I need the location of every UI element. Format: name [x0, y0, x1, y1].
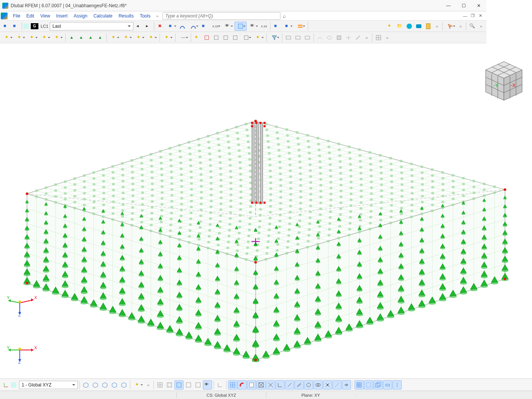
menu-file[interactable]: File [10, 12, 23, 20]
svg-rect-7 [205, 36, 209, 40]
search-input[interactable] [163, 12, 280, 20]
svg-rect-145 [251, 122, 253, 124]
t2-b[interactable] [202, 33, 211, 42]
menu-bar: File Edit View Insert Assign Calculate R… [0, 11, 486, 21]
lc-step-forward[interactable] [143, 22, 152, 31]
new-node-button[interactable] [2, 33, 14, 42]
minimize-button[interactable]: — [441, 0, 456, 11]
delete-results-button[interactable] [156, 22, 165, 31]
menu-view[interactable]: View [37, 12, 53, 20]
navigation-cube[interactable]: -Y -X [481, 59, 486, 104]
new-model-button[interactable] [386, 22, 395, 31]
loadcase-prev-button[interactable] [2, 22, 11, 31]
t2-n[interactable] [344, 33, 353, 42]
rigid-link-button[interactable] [146, 33, 158, 42]
grid-toggle-button[interactable] [374, 33, 383, 42]
visibility-button[interactable] [247, 22, 259, 31]
t2-l[interactable] [325, 33, 334, 42]
t2-a[interactable] [193, 33, 202, 42]
cloud-2-button[interactable] [414, 22, 423, 31]
t2-d[interactable] [221, 33, 230, 42]
toolbar1-overflow[interactable]: » [433, 24, 441, 28]
toolbar2-overflow2[interactable]: » [383, 35, 391, 40]
result-diagram-button[interactable] [178, 22, 187, 31]
svg-point-161 [254, 359, 257, 361]
result-type-button[interactable] [187, 22, 200, 31]
loadcase-combo[interactable]: Last [50, 22, 133, 30]
t2-m[interactable] [334, 33, 344, 42]
clipping-button[interactable] [282, 22, 294, 31]
loadcase-next-button[interactable] [11, 22, 20, 31]
menu-results[interactable]: Results [116, 12, 137, 20]
filter-button[interactable] [268, 33, 280, 42]
svg-rect-14 [305, 36, 310, 39]
svg-point-158 [254, 261, 257, 264]
hinge-button[interactable] [108, 33, 120, 42]
search-icon[interactable]: ⌕ [283, 13, 286, 19]
menu-insert[interactable]: Insert [53, 12, 71, 20]
new-surface-button[interactable] [39, 33, 51, 42]
report-button[interactable] [424, 22, 433, 31]
support-member-button[interactable] [96, 33, 105, 42]
t2-g[interactable] [253, 33, 265, 42]
mdi-close-icon[interactable]: ✕ [477, 14, 483, 18]
menu-edit[interactable]: Edit [23, 12, 37, 20]
t2-e[interactable] [231, 33, 240, 42]
support-surface-button[interactable] [86, 33, 95, 42]
menu-calculate[interactable]: Calculate [90, 12, 116, 20]
t2-h[interactable] [284, 33, 293, 42]
t2-k[interactable] [315, 33, 325, 42]
svg-rect-4 [416, 24, 421, 28]
mdi-restore-icon[interactable]: ❐ [470, 14, 476, 18]
support-nodal-button[interactable] [67, 33, 76, 42]
section-button[interactable] [272, 22, 281, 31]
axis-triad-local: X Y Z [7, 294, 37, 318]
toolbar1-overflow2[interactable]: » [457, 24, 464, 28]
new-line-button[interactable] [14, 33, 26, 42]
release-button[interactable] [121, 33, 133, 42]
svg-rect-150 [263, 125, 265, 127]
result-values-button[interactable]: x.xx [209, 22, 222, 31]
label-values-button[interactable]: x.xx [260, 22, 269, 31]
viewport[interactable]: -Y -X X Y Z X Y Z [0, 55, 486, 365]
toolbar-main: G LC1 Last x.xx x.xx » » » [0, 21, 486, 32]
t2-i[interactable] [293, 33, 302, 42]
t2-o[interactable] [353, 33, 363, 42]
t2-f[interactable] [240, 33, 252, 42]
t2-j[interactable] [303, 33, 312, 42]
zoom-find-button[interactable] [468, 22, 477, 31]
deformation-button[interactable] [200, 22, 209, 31]
t2-c[interactable] [212, 33, 221, 42]
dimension-button[interactable] [177, 33, 189, 42]
new-member-button[interactable] [27, 33, 39, 42]
show-results-button[interactable] [222, 22, 234, 31]
select-mode-button[interactable] [444, 22, 456, 31]
lc-category-chip: G [31, 23, 38, 29]
toolbar2-overflow[interactable]: » [363, 35, 370, 40]
layer-button[interactable] [294, 22, 306, 31]
menu-overflow[interactable]: » [154, 14, 161, 18]
render-mode-button[interactable] [234, 22, 247, 31]
toolbar1-overflow3[interactable]: » [477, 24, 485, 28]
axis-z-label: Z [18, 313, 21, 317]
calculate-button[interactable] [165, 22, 177, 31]
lc-step-back[interactable] [134, 22, 143, 31]
menu-assign[interactable]: Assign [71, 12, 90, 20]
svg-rect-11 [244, 36, 248, 40]
eccentricity-button[interactable] [133, 33, 146, 42]
menu-tools[interactable]: Tools [137, 12, 154, 20]
close-button[interactable]: ✕ [471, 0, 486, 11]
new-solid-button[interactable] [52, 33, 64, 42]
maximize-button[interactable]: ☐ [456, 0, 471, 11]
cloud-1-button[interactable] [405, 22, 414, 31]
support-line-button[interactable] [77, 33, 86, 42]
axis-x-label2: X [34, 345, 37, 350]
svg-rect-151 [251, 202, 253, 204]
svg-rect-9 [224, 36, 228, 40]
load-button[interactable] [162, 33, 174, 42]
svg-rect-192 [19, 348, 21, 350]
open-model-button[interactable] [395, 22, 404, 31]
model-canvas[interactable] [0, 55, 486, 365]
app-menu-icon[interactable] [1, 13, 8, 19]
mdi-minimize-icon[interactable]: — [462, 14, 468, 18]
